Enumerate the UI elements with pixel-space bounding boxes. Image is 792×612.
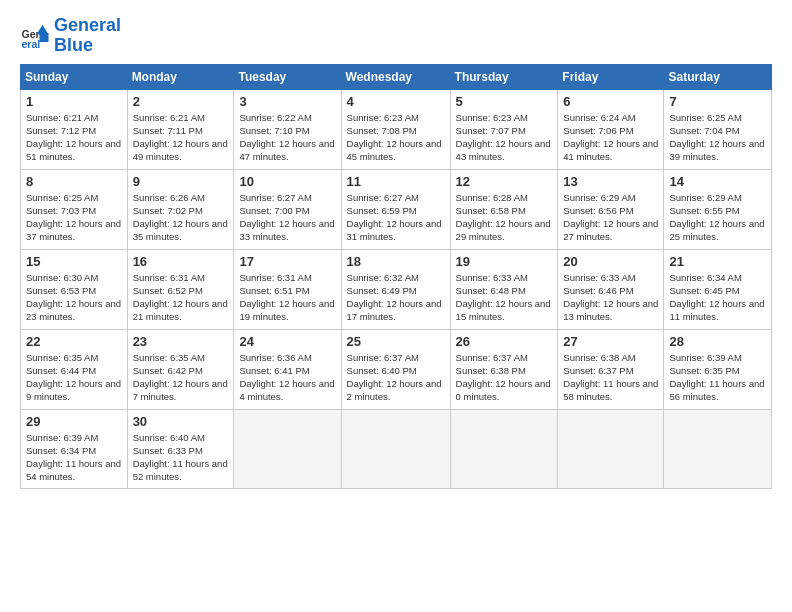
day-info: Sunrise: 6:24 AMSunset: 7:06 PMDaylight:… [563, 111, 658, 164]
day-number: 26 [456, 334, 553, 349]
calendar-cell: 25 Sunrise: 6:37 AMSunset: 6:40 PMDaylig… [341, 329, 450, 409]
calendar-cell: 19 Sunrise: 6:33 AMSunset: 6:48 PMDaylig… [450, 249, 558, 329]
day-number: 1 [26, 94, 122, 109]
day-info: Sunrise: 6:32 AMSunset: 6:49 PMDaylight:… [347, 271, 445, 324]
calendar-cell: 3 Sunrise: 6:22 AMSunset: 7:10 PMDayligh… [234, 89, 341, 169]
day-info: Sunrise: 6:23 AMSunset: 7:07 PMDaylight:… [456, 111, 553, 164]
day-info: Sunrise: 6:28 AMSunset: 6:58 PMDaylight:… [456, 191, 553, 244]
day-info: Sunrise: 6:37 AMSunset: 6:40 PMDaylight:… [347, 351, 445, 404]
calendar-cell: 9 Sunrise: 6:26 AMSunset: 7:02 PMDayligh… [127, 169, 234, 249]
day-number: 9 [133, 174, 229, 189]
calendar-header-wednesday: Wednesday [341, 64, 450, 89]
day-info: Sunrise: 6:35 AMSunset: 6:44 PMDaylight:… [26, 351, 122, 404]
calendar-cell: 26 Sunrise: 6:37 AMSunset: 6:38 PMDaylig… [450, 329, 558, 409]
day-number: 7 [669, 94, 766, 109]
day-number: 30 [133, 414, 229, 429]
calendar-cell [234, 409, 341, 488]
day-number: 6 [563, 94, 658, 109]
day-info: Sunrise: 6:30 AMSunset: 6:53 PMDaylight:… [26, 271, 122, 324]
calendar-cell: 10 Sunrise: 6:27 AMSunset: 7:00 PMDaylig… [234, 169, 341, 249]
day-number: 13 [563, 174, 658, 189]
day-info: Sunrise: 6:36 AMSunset: 6:41 PMDaylight:… [239, 351, 335, 404]
calendar-cell: 1 Sunrise: 6:21 AMSunset: 7:12 PMDayligh… [21, 89, 128, 169]
header: Gen eral General Blue [20, 16, 772, 56]
day-info: Sunrise: 6:39 AMSunset: 6:35 PMDaylight:… [669, 351, 766, 404]
day-number: 16 [133, 254, 229, 269]
calendar-cell: 4 Sunrise: 6:23 AMSunset: 7:08 PMDayligh… [341, 89, 450, 169]
calendar-cell [450, 409, 558, 488]
day-info: Sunrise: 6:39 AMSunset: 6:34 PMDaylight:… [26, 431, 122, 484]
day-info: Sunrise: 6:35 AMSunset: 6:42 PMDaylight:… [133, 351, 229, 404]
day-number: 3 [239, 94, 335, 109]
calendar-header-thursday: Thursday [450, 64, 558, 89]
calendar-week-row: 22 Sunrise: 6:35 AMSunset: 6:44 PMDaylig… [21, 329, 772, 409]
day-info: Sunrise: 6:31 AMSunset: 6:52 PMDaylight:… [133, 271, 229, 324]
calendar-cell: 7 Sunrise: 6:25 AMSunset: 7:04 PMDayligh… [664, 89, 772, 169]
day-info: Sunrise: 6:23 AMSunset: 7:08 PMDaylight:… [347, 111, 445, 164]
calendar-cell [341, 409, 450, 488]
day-number: 10 [239, 174, 335, 189]
calendar-cell: 2 Sunrise: 6:21 AMSunset: 7:11 PMDayligh… [127, 89, 234, 169]
day-number: 20 [563, 254, 658, 269]
day-number: 17 [239, 254, 335, 269]
calendar-cell: 30 Sunrise: 6:40 AMSunset: 6:33 PMDaylig… [127, 409, 234, 488]
calendar-cell: 27 Sunrise: 6:38 AMSunset: 6:37 PMDaylig… [558, 329, 664, 409]
day-info: Sunrise: 6:37 AMSunset: 6:38 PMDaylight:… [456, 351, 553, 404]
day-number: 27 [563, 334, 658, 349]
calendar-week-row: 15 Sunrise: 6:30 AMSunset: 6:53 PMDaylig… [21, 249, 772, 329]
day-info: Sunrise: 6:29 AMSunset: 6:56 PMDaylight:… [563, 191, 658, 244]
day-info: Sunrise: 6:22 AMSunset: 7:10 PMDaylight:… [239, 111, 335, 164]
day-number: 24 [239, 334, 335, 349]
day-number: 21 [669, 254, 766, 269]
calendar-container: Gen eral General Blue SundayMondayTuesda… [0, 0, 792, 499]
calendar-week-row: 8 Sunrise: 6:25 AMSunset: 7:03 PMDayligh… [21, 169, 772, 249]
logo-icon: Gen eral [20, 21, 50, 51]
calendar-header-row: SundayMondayTuesdayWednesdayThursdayFrid… [21, 64, 772, 89]
calendar-week-row: 29 Sunrise: 6:39 AMSunset: 6:34 PMDaylig… [21, 409, 772, 488]
day-info: Sunrise: 6:38 AMSunset: 6:37 PMDaylight:… [563, 351, 658, 404]
calendar-header-tuesday: Tuesday [234, 64, 341, 89]
day-info: Sunrise: 6:21 AMSunset: 7:11 PMDaylight:… [133, 111, 229, 164]
day-info: Sunrise: 6:25 AMSunset: 7:04 PMDaylight:… [669, 111, 766, 164]
calendar-cell: 15 Sunrise: 6:30 AMSunset: 6:53 PMDaylig… [21, 249, 128, 329]
calendar-cell [664, 409, 772, 488]
calendar-cell: 23 Sunrise: 6:35 AMSunset: 6:42 PMDaylig… [127, 329, 234, 409]
svg-text:eral: eral [22, 38, 41, 50]
day-number: 28 [669, 334, 766, 349]
calendar-cell: 16 Sunrise: 6:31 AMSunset: 6:52 PMDaylig… [127, 249, 234, 329]
calendar-cell: 5 Sunrise: 6:23 AMSunset: 7:07 PMDayligh… [450, 89, 558, 169]
day-number: 19 [456, 254, 553, 269]
day-info: Sunrise: 6:40 AMSunset: 6:33 PMDaylight:… [133, 431, 229, 484]
calendar-cell: 17 Sunrise: 6:31 AMSunset: 6:51 PMDaylig… [234, 249, 341, 329]
day-number: 2 [133, 94, 229, 109]
day-info: Sunrise: 6:21 AMSunset: 7:12 PMDaylight:… [26, 111, 122, 164]
day-number: 25 [347, 334, 445, 349]
day-number: 23 [133, 334, 229, 349]
calendar-cell: 6 Sunrise: 6:24 AMSunset: 7:06 PMDayligh… [558, 89, 664, 169]
day-info: Sunrise: 6:34 AMSunset: 6:45 PMDaylight:… [669, 271, 766, 324]
day-info: Sunrise: 6:25 AMSunset: 7:03 PMDaylight:… [26, 191, 122, 244]
day-number: 29 [26, 414, 122, 429]
day-info: Sunrise: 6:27 AMSunset: 7:00 PMDaylight:… [239, 191, 335, 244]
calendar-cell: 29 Sunrise: 6:39 AMSunset: 6:34 PMDaylig… [21, 409, 128, 488]
calendar-cell: 22 Sunrise: 6:35 AMSunset: 6:44 PMDaylig… [21, 329, 128, 409]
calendar-cell [558, 409, 664, 488]
calendar-cell: 20 Sunrise: 6:33 AMSunset: 6:46 PMDaylig… [558, 249, 664, 329]
day-info: Sunrise: 6:26 AMSunset: 7:02 PMDaylight:… [133, 191, 229, 244]
calendar-cell: 13 Sunrise: 6:29 AMSunset: 6:56 PMDaylig… [558, 169, 664, 249]
calendar-cell: 11 Sunrise: 6:27 AMSunset: 6:59 PMDaylig… [341, 169, 450, 249]
calendar-week-row: 1 Sunrise: 6:21 AMSunset: 7:12 PMDayligh… [21, 89, 772, 169]
calendar-cell: 18 Sunrise: 6:32 AMSunset: 6:49 PMDaylig… [341, 249, 450, 329]
day-info: Sunrise: 6:29 AMSunset: 6:55 PMDaylight:… [669, 191, 766, 244]
day-info: Sunrise: 6:33 AMSunset: 6:46 PMDaylight:… [563, 271, 658, 324]
day-number: 4 [347, 94, 445, 109]
calendar-cell: 21 Sunrise: 6:34 AMSunset: 6:45 PMDaylig… [664, 249, 772, 329]
day-number: 18 [347, 254, 445, 269]
calendar-cell: 28 Sunrise: 6:39 AMSunset: 6:35 PMDaylig… [664, 329, 772, 409]
day-number: 12 [456, 174, 553, 189]
calendar-cell: 8 Sunrise: 6:25 AMSunset: 7:03 PMDayligh… [21, 169, 128, 249]
calendar-header-friday: Friday [558, 64, 664, 89]
calendar-cell: 24 Sunrise: 6:36 AMSunset: 6:41 PMDaylig… [234, 329, 341, 409]
day-info: Sunrise: 6:31 AMSunset: 6:51 PMDaylight:… [239, 271, 335, 324]
calendar-header-sunday: Sunday [21, 64, 128, 89]
